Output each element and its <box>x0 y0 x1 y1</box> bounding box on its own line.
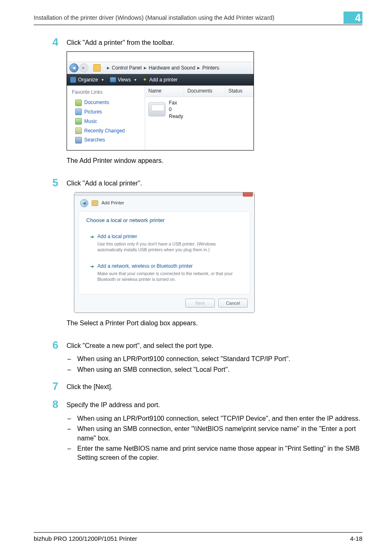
step-8-bullet-2: When using an SMB connection, enter "\\N… <box>77 424 362 443</box>
step-number-6: 6 <box>34 340 67 378</box>
dropdown-icon: ▼ <box>101 78 104 82</box>
add-printer-button[interactable]: ✦ Add a printer <box>143 76 178 83</box>
col-documents[interactable]: Documents <box>184 86 225 97</box>
fav-music[interactable]: Music <box>75 118 141 125</box>
step-4-caption: The Add Printer window appears. <box>67 156 362 165</box>
favorite-links-header: Favorite Links <box>72 89 141 96</box>
next-button[interactable]: Next <box>185 299 215 308</box>
breadcrumb-arrow-icon[interactable]: ▶ <box>107 65 110 71</box>
screenshot-add-printer-wizard: ◄ Add Printer Choose a local or network … <box>74 192 255 313</box>
documents-icon <box>75 100 82 106</box>
list-header: Name Documents Status <box>145 86 254 97</box>
step-4-text: Click "Add a printer" from the toolbar. <box>67 38 362 47</box>
col-name[interactable]: Name <box>145 86 184 97</box>
wizard-question: Choose a local or network printer <box>86 217 243 224</box>
printer-doc-count: 0 <box>169 106 183 113</box>
printer-status: Ready <box>169 113 183 120</box>
wizard-back-icon[interactable]: ◄ <box>80 199 88 207</box>
step-8-bullet-3: Enter the same NetBIOS name and print se… <box>77 444 362 463</box>
step-number-5: 5 <box>34 177 67 336</box>
step-number-7: 7 <box>34 381 67 396</box>
footer-left: bizhub PRO 1200/1200P/1051 Printer <box>34 535 137 542</box>
step-6-bullet-1: When using an LPR/Port9100 connection, s… <box>77 354 362 364</box>
step-8-text: Specify the IP address and port. <box>67 401 362 410</box>
recently-changed-icon <box>75 127 82 134</box>
bullet-dash: – <box>67 365 77 374</box>
arrow-icon: ➔ <box>90 263 94 270</box>
option-title: Add a network, wireless or Bluetooth pri… <box>97 263 237 270</box>
address-bar: ◄ ► ▶ Control Panel ▶ Hardware and Sound… <box>67 62 254 74</box>
organize-button[interactable]: Organize▼ <box>70 76 104 83</box>
printer-list: Name Documents Status Fax 0 Ready <box>145 86 254 150</box>
printer-name: Fax <box>169 100 183 106</box>
printer-row-fax[interactable]: Fax 0 Ready <box>145 97 254 124</box>
nav-forward-icon[interactable]: ► <box>79 63 88 72</box>
organize-icon <box>70 77 76 83</box>
nav-back-icon[interactable]: ◄ <box>69 63 78 72</box>
step-7-text: Click the [Next]. <box>67 382 362 392</box>
footer-right: 4-18 <box>350 535 362 542</box>
step-8-bullet-1: When using an LPR/Port9100 connection, s… <box>77 414 362 423</box>
wizard-title: Add Printer <box>101 200 124 206</box>
bullet-dash: – <box>67 414 77 423</box>
step-number-8: 8 <box>34 399 67 466</box>
fav-searches[interactable]: Searches <box>75 137 141 144</box>
views-icon <box>110 77 116 82</box>
favorite-links-pane: Favorite Links Documents Pictures Music … <box>67 86 145 150</box>
option-add-local-printer[interactable]: ➔ Add a local printer Use this option on… <box>87 230 242 257</box>
step-6-text: Click "Create a new port", and select th… <box>67 341 362 350</box>
option-description: Use this option only if you don't have a… <box>97 241 237 253</box>
bullet-dash: – <box>67 354 77 364</box>
printer-icon <box>92 200 98 206</box>
searches-icon <box>75 137 82 144</box>
fav-pictures[interactable]: Pictures <box>75 109 141 116</box>
chapter-badge: 4 <box>344 12 362 24</box>
views-button[interactable]: Views▼ <box>110 76 137 83</box>
toolbar: Organize▼ Views▼ ✦ Add a printer <box>67 74 254 86</box>
crumb-printers[interactable]: Printers <box>202 65 219 72</box>
music-icon <box>75 118 82 125</box>
step-6-bullet-2: When using an SMB connection, select "Lo… <box>77 365 362 374</box>
arrow-icon: ➔ <box>90 234 94 241</box>
col-status[interactable]: Status <box>225 86 254 97</box>
pictures-icon <box>75 109 82 115</box>
step-5-caption: The Select a Printer Port dialog box app… <box>67 319 362 328</box>
breadcrumb-arrow-icon[interactable]: ▶ <box>197 65 200 71</box>
crumb-control-panel[interactable]: Control Panel <box>112 65 142 72</box>
bullet-dash: – <box>67 444 77 463</box>
breadcrumb-arrow-icon[interactable]: ▶ <box>144 65 147 71</box>
printer-icon <box>148 102 166 116</box>
option-description: Make sure that your computer is connecte… <box>97 271 237 282</box>
crumb-hardware-sound[interactable]: Hardware and Sound <box>149 65 195 72</box>
fav-documents[interactable]: Documents <box>75 99 141 106</box>
close-icon[interactable] <box>243 192 253 197</box>
option-add-network-printer[interactable]: ➔ Add a network, wireless or Bluetooth p… <box>87 259 242 287</box>
step-number-4: 4 <box>34 37 67 174</box>
printers-folder-icon <box>93 64 101 72</box>
screenshot-printers-window: ◄ ► ▶ Control Panel ▶ Hardware and Sound… <box>67 51 254 151</box>
cancel-button[interactable]: Cancel <box>218 299 248 308</box>
add-printer-icon: ✦ <box>143 76 147 83</box>
bullet-dash: – <box>67 424 77 443</box>
dropdown-icon: ▼ <box>134 78 137 82</box>
fav-recently-changed[interactable]: Recently Changed <box>75 127 141 134</box>
page-header: Installation of the printer driver (Wind… <box>34 14 344 21</box>
step-5-text: Click "Add a local printer". <box>67 179 362 188</box>
option-title: Add a local printer <box>97 233 237 240</box>
